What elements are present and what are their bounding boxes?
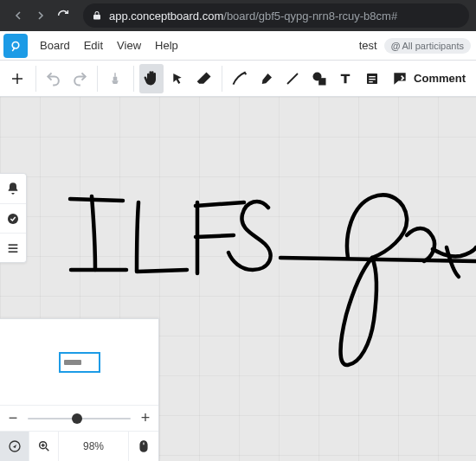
marker-tool[interactable] [254,64,280,93]
participants-badge[interactable]: @ All participants [384,38,471,54]
zoom-out-button[interactable]: − [7,409,19,427]
highlighter-tool[interactable] [103,64,128,93]
browser-url-bar[interactable]: app.conceptboard.com /board/gbf5-qypg-nr… [83,3,469,28]
comment-label: Comment [414,72,466,85]
add-button[interactable] [5,64,30,93]
pointer-tool[interactable] [165,64,190,93]
minimap-view[interactable] [0,319,158,406]
browser-reload-button[interactable] [52,4,74,27]
zoom-slider[interactable] [28,418,131,419]
at-icon: @ [391,41,401,51]
svg-rect-9 [9,247,18,249]
minimap-viewport[interactable] [59,352,100,373]
svg-rect-6 [369,81,373,82]
lock-icon [92,10,102,21]
eraser-tool[interactable] [192,64,217,93]
url-host: app.conceptboard.com [109,10,223,22]
zoom-status-row: 98% [0,432,158,461]
participants-label: All participants [402,41,464,51]
zoom-slider-thumb[interactable] [72,413,82,424]
divider [35,66,36,92]
app-logo[interactable] [3,34,28,58]
menu-edit[interactable]: Edit [77,35,110,55]
zoom-fit-button[interactable] [29,432,59,461]
menu-view[interactable]: View [110,35,148,55]
hand-tool[interactable] [139,64,164,93]
menu-board[interactable]: Board [33,35,77,55]
pen-tool[interactable] [228,64,253,93]
minimap-content-preview [64,360,81,365]
note-tool[interactable] [360,64,385,93]
side-rail [0,173,27,263]
minimap-panel: − + 98% [0,318,159,461]
comment-button[interactable]: Comment [386,67,471,91]
line-tool[interactable] [280,64,306,93]
menu-help[interactable]: Help [148,35,185,55]
zoom-slider-row: − + [0,406,158,432]
shape-tool[interactable] [307,64,332,93]
svg-rect-8 [9,244,18,246]
undo-button[interactable] [41,64,66,93]
app-menu-bar: Board Edit View Help test @ All particip… [0,31,476,61]
svg-rect-10 [9,251,18,253]
zoom-level[interactable]: 98% [59,432,129,461]
board-canvas[interactable]: − + 98% [0,97,476,461]
text-tool[interactable] [333,64,358,93]
toolbar: Comment [0,61,476,97]
svg-point-0 [12,42,19,48]
tasks-button[interactable] [0,203,26,233]
notifications-button[interactable] [0,174,26,203]
compass-button[interactable] [0,432,29,461]
divider [97,66,98,92]
mouse-mode-button[interactable] [129,432,158,461]
board-name[interactable]: test [359,39,377,52]
divider [133,66,134,92]
divider [222,66,222,92]
redo-button[interactable] [68,64,93,93]
svg-rect-2 [318,78,325,85]
svg-rect-4 [369,76,376,77]
svg-rect-5 [369,79,376,80]
outline-button[interactable] [0,233,26,262]
svg-point-7 [8,214,18,224]
url-path: /board/gbf5-qypg-nrn8-rcuy-b8cm# [223,10,397,22]
comment-icon [391,70,408,87]
zoom-in-button[interactable]: + [139,409,151,427]
browser-back-button[interactable] [7,4,29,27]
browser-chrome: app.conceptboard.com /board/gbf5-qypg-nr… [0,0,476,31]
browser-forward-button[interactable] [29,4,52,27]
